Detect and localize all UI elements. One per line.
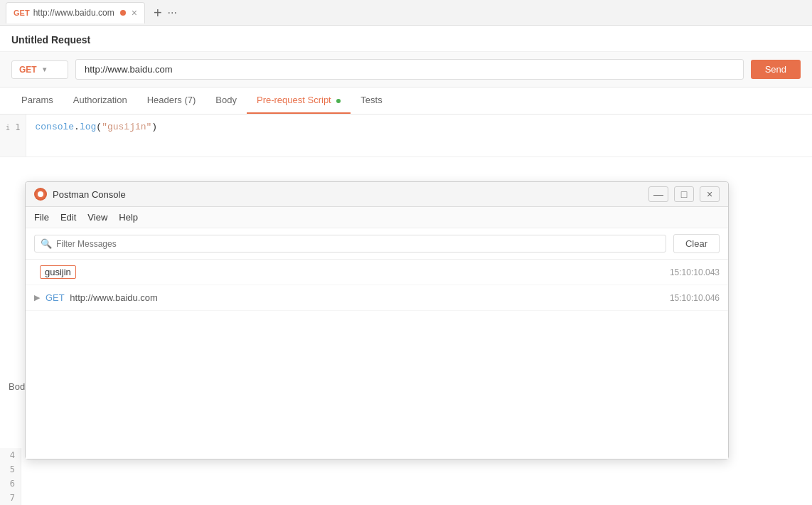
app-window: GET http://www.baidu.com × + ··· Untitle… <box>0 0 812 505</box>
msg-time-1: 15:10:10.043 <box>670 267 720 277</box>
tab-authorization[interactable]: Authorization <box>63 87 137 114</box>
menu-view[interactable]: View <box>87 210 107 225</box>
postman-console: Postman Console — □ × File Edit View Hel… <box>25 181 729 459</box>
url-input[interactable] <box>75 59 744 80</box>
tab-close-icon[interactable]: × <box>132 7 137 18</box>
menu-help[interactable]: Help <box>119 210 138 225</box>
request-tabs: Params Authorization Headers (7) Body Pr… <box>0 87 812 115</box>
method-dropdown[interactable]: GET ▾ <box>11 60 68 79</box>
tab-unsaved-dot <box>120 10 126 16</box>
console-minimize-button[interactable]: — <box>648 186 668 202</box>
line-numbers: i 1 <box>0 115 26 156</box>
filter-input[interactable] <box>56 239 660 249</box>
send-button[interactable]: Send <box>751 60 801 79</box>
extra-line-7: 7 <box>0 491 812 505</box>
extra-line-5: 5 <box>0 462 812 477</box>
code-editor: i 1 console.log("gusijin") <box>0 115 812 157</box>
prerequest-active-dot <box>336 99 341 103</box>
menu-file[interactable]: File <box>34 210 49 225</box>
code-fn-name: console <box>35 122 74 132</box>
url-bar: GET ▾ Send <box>0 52 812 87</box>
console-menubar: File Edit View Help <box>26 207 728 228</box>
tab-url: http://www.baidu.com <box>33 8 114 18</box>
chevron-down-icon: ▾ <box>43 65 46 73</box>
msg-text-1: gusijin <box>40 267 670 277</box>
line-1-num: i 1 <box>0 120 26 135</box>
browser-tab[interactable]: GET http://www.baidu.com × <box>6 2 145 23</box>
msg-boxed-text-1: gusijin <box>40 265 76 279</box>
tab-method: GET <box>14 9 30 17</box>
console-toolbar: 🔍 Clear <box>26 228 728 260</box>
console-titlebar[interactable]: Postman Console — □ × <box>26 182 728 207</box>
msg-method-tag: GET <box>46 292 65 303</box>
more-tabs-button[interactable]: ··· <box>168 6 177 19</box>
filter-input-wrap: 🔍 <box>34 235 666 253</box>
tab-prerequest[interactable]: Pre-request Script <box>247 87 351 114</box>
tab-params[interactable]: Params <box>11 87 63 114</box>
console-close-button[interactable]: × <box>700 186 720 202</box>
tab-headers[interactable]: Headers (7) <box>137 87 206 114</box>
code-method-name: log <box>80 122 96 132</box>
msg-url-text: http://www.baidu.com <box>70 292 158 303</box>
code-string-arg: "gusijin" <box>102 122 151 132</box>
console-window-controls: — □ × <box>648 186 720 202</box>
browser-tab-bar: GET http://www.baidu.com × + ··· <box>0 0 812 26</box>
console-icon-inner <box>38 191 43 197</box>
console-title: Postman Console <box>53 189 648 200</box>
console-message-1[interactable]: gusijin 15:10:10.043 <box>26 260 728 285</box>
menu-edit[interactable]: Edit <box>60 210 76 225</box>
msg-text-2: GET http://www.baidu.com <box>46 292 670 303</box>
console-message-2[interactable]: ▶ GET http://www.baidu.com 15:10:10.046 <box>26 285 728 311</box>
new-tab-button[interactable]: + <box>148 6 168 20</box>
tab-body[interactable]: Body <box>205 87 247 114</box>
code-line-1[interactable]: console.log("gusijin") <box>26 115 166 156</box>
clear-button[interactable]: Clear <box>673 234 720 253</box>
search-icon: 🔍 <box>41 238 52 249</box>
tab-tests[interactable]: Tests <box>351 87 392 114</box>
msg-time-2: 15:10:10.046 <box>670 293 720 303</box>
method-label: GET <box>19 65 37 75</box>
expand-icon-2[interactable]: ▶ <box>34 293 40 302</box>
page-title: Untitled Request <box>0 26 812 52</box>
console-messages: gusijin 15:10:10.043 ▶ GET http://www.ba… <box>26 260 728 459</box>
extra-line-6: 6 <box>0 477 812 491</box>
console-app-icon <box>34 188 47 201</box>
console-maximize-button[interactable]: □ <box>674 186 694 202</box>
